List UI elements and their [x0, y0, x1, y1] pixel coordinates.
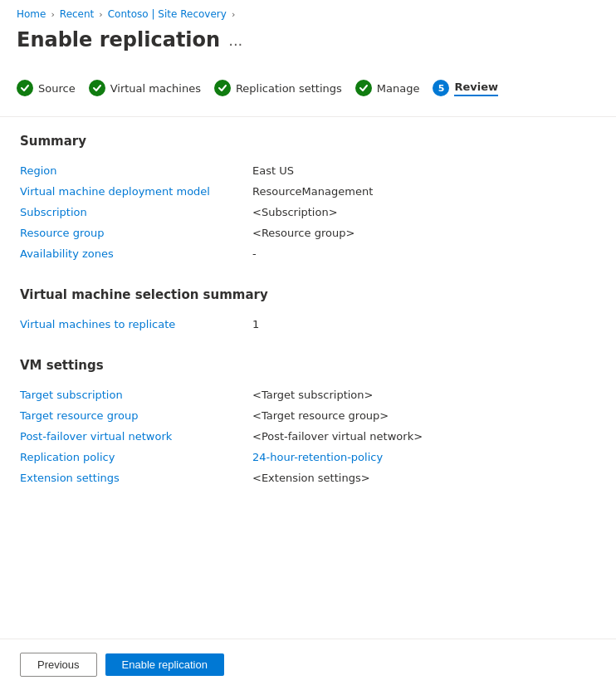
breadcrumb: Home › Recent › Contoso | Site Recovery …: [0, 0, 616, 25]
ext-settings-value: <Extension settings>: [252, 467, 596, 488]
table-row: Target resource group <Target resource g…: [20, 405, 596, 426]
page-header: Enable replication ...: [0, 25, 616, 68]
step-manage-check-icon: [355, 80, 372, 96]
breadcrumb-contoso[interactable]: Contoso | Site Recovery: [108, 8, 227, 20]
table-row: Availability zones -: [20, 243, 596, 264]
table-row: Subscription <Subscription>: [20, 202, 596, 223]
previous-button[interactable]: Previous: [20, 653, 97, 677]
enable-replication-button[interactable]: Enable replication: [105, 653, 224, 676]
post-failover-vnet-value: <Post-failover virtual network>: [252, 426, 596, 447]
target-rg-value: <Target resource group>: [252, 405, 596, 426]
vm-to-replicate-label: Virtual machines to replicate: [20, 314, 252, 335]
summary-region-label: Region: [20, 160, 252, 181]
summary-rg-value: <Resource group>: [252, 223, 596, 243]
vm-settings-title: VM settings: [20, 358, 596, 373]
vm-to-replicate-value: 1: [252, 314, 596, 335]
vm-selection-section: Virtual machine selection summary Virtua…: [20, 287, 596, 335]
step-replication-settings[interactable]: Replication settings: [214, 76, 355, 100]
step-review-label: Review: [454, 81, 498, 96]
breadcrumb-home[interactable]: Home: [17, 8, 46, 20]
table-row: Target subscription <Target subscription…: [20, 384, 596, 405]
table-row: Post-failover virtual network <Post-fail…: [20, 426, 596, 447]
summary-title: Summary: [20, 134, 596, 149]
summary-deployment-label: Virtual machine deployment model: [20, 181, 252, 202]
rep-policy-label: Replication policy: [20, 447, 252, 467]
step-source-check-icon: [17, 80, 33, 96]
breadcrumb-sep-3: ›: [232, 9, 235, 20]
step-vms-label: Virtual machines: [110, 82, 201, 95]
summary-table: Region East US Virtual machine deploymen…: [20, 160, 596, 264]
summary-az-value: -: [252, 243, 596, 264]
step-vms-check-icon: [89, 80, 105, 96]
breadcrumb-sep-1: ›: [51, 9, 54, 20]
vm-settings-section: VM settings Target subscription <Target …: [20, 358, 596, 488]
summary-section: Summary Region East US Virtual machine d…: [20, 134, 596, 264]
more-options-icon[interactable]: ...: [228, 32, 242, 49]
footer: Previous Enable replication: [0, 639, 616, 690]
table-row: Region East US: [20, 160, 596, 181]
summary-region-value: East US: [252, 160, 596, 181]
summary-subscription-label: Subscription: [20, 202, 252, 223]
page-title: Enable replication: [17, 28, 220, 51]
target-sub-label: Target subscription: [20, 384, 252, 405]
step-source-label: Source: [38, 82, 76, 95]
step-rep-settings-label: Replication settings: [236, 82, 342, 95]
vm-selection-title: Virtual machine selection summary: [20, 287, 596, 302]
table-row: Virtual machines to replicate 1: [20, 314, 596, 335]
rep-policy-value[interactable]: 24-hour-retention-policy: [252, 447, 596, 467]
table-row: Virtual machine deployment model Resourc…: [20, 181, 596, 202]
step-manage-label: Manage: [377, 82, 420, 95]
target-sub-value: <Target subscription>: [252, 384, 596, 405]
breadcrumb-sep-2: ›: [99, 9, 102, 20]
summary-rg-label: Resource group: [20, 223, 252, 243]
vm-settings-table: Target subscription <Target subscription…: [20, 384, 596, 488]
step-review-num-icon: 5: [433, 80, 449, 96]
breadcrumb-recent[interactable]: Recent: [60, 8, 94, 20]
ext-settings-label: Extension settings: [20, 467, 252, 488]
step-rep-settings-check-icon: [214, 80, 231, 96]
vm-selection-table: Virtual machines to replicate 1: [20, 314, 596, 335]
main-content: Summary Region East US Virtual machine d…: [0, 134, 616, 528]
table-row: Resource group <Resource group>: [20, 223, 596, 243]
target-rg-label: Target resource group: [20, 405, 252, 426]
post-failover-vnet-label: Post-failover virtual network: [20, 426, 252, 447]
summary-subscription-value: <Subscription>: [252, 202, 596, 223]
step-manage[interactable]: Manage: [355, 76, 433, 100]
wizard-steps: Source Virtual machines Replication sett…: [0, 68, 616, 117]
step-virtual-machines[interactable]: Virtual machines: [89, 76, 214, 100]
step-review[interactable]: 5 Review: [433, 76, 511, 100]
table-row: Replication policy 24-hour-retention-pol…: [20, 447, 596, 467]
summary-deployment-value: ResourceManagement: [252, 181, 596, 202]
summary-az-label: Availability zones: [20, 243, 252, 264]
step-source[interactable]: Source: [17, 76, 89, 100]
table-row: Extension settings <Extension settings>: [20, 467, 596, 488]
